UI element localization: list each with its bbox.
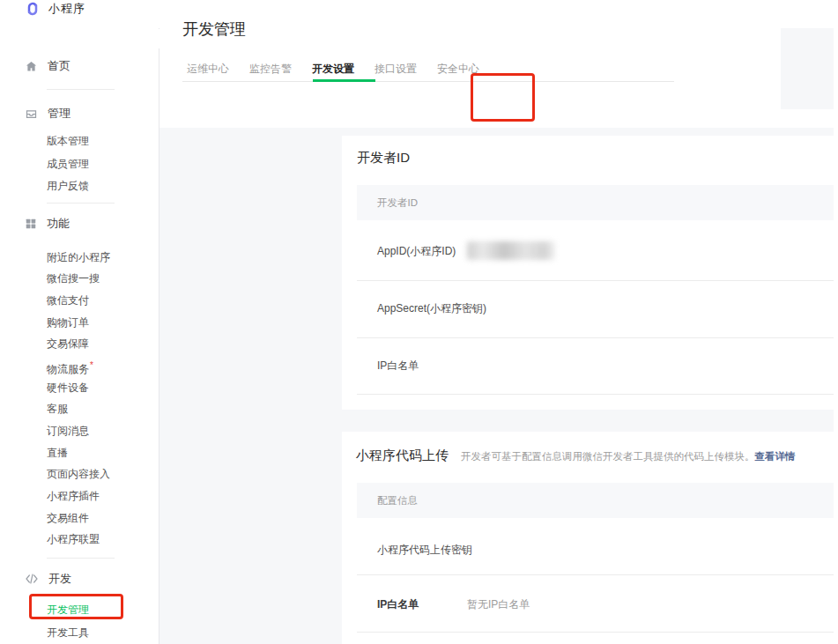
appsecret-label: AppSecret(小程序密钥) <box>377 302 486 315</box>
upload-key-label: 小程序代码上传密钥 <box>377 544 472 556</box>
sidebar-item-develop-tools[interactable]: 开发工具 <box>0 622 159 644</box>
sidebar-divider <box>47 558 115 559</box>
sidebar-item-label: 首页 <box>48 58 70 74</box>
section-description: 开发者可基于配置信息调用微信开发者工具提供的代码上传模块。查看详情 <box>461 450 796 463</box>
tab-security-center[interactable]: 安全中心 <box>437 63 479 75</box>
sidebar-divider <box>47 203 115 204</box>
sidebar-item-customer-service[interactable]: 客服 <box>0 398 159 420</box>
sidebar-item-miniprogram-plugin[interactable]: 小程序插件 <box>0 485 159 507</box>
required-asterisk: * <box>90 360 93 370</box>
sidebar-item-logistics-service[interactable]: 物流服务* <box>0 355 159 377</box>
sidebar-item-subscribe-message[interactable]: 订阅消息 <box>0 420 159 442</box>
sidebar-item-member-manage[interactable]: 成员管理 <box>0 153 159 176</box>
sidebar-item-miniprogram-union[interactable]: 小程序联盟 <box>0 529 159 551</box>
ip-whitelist-value: 暂无IP白名单 <box>467 598 530 611</box>
tab-monitor-alert[interactable]: 监控告警 <box>249 63 292 75</box>
tab-bar: 运维中心 监控告警 开发设置 接口设置 安全中心 <box>187 63 479 75</box>
table-header-label: 开发者ID <box>377 196 418 210</box>
sidebar-group-label: 功能 <box>47 216 70 232</box>
table-header-bar: 开发者ID <box>357 185 834 220</box>
description-text: 开发者可基于配置信息调用微信开发者工具提供的代码上传模块。 <box>461 451 755 462</box>
row-divider <box>357 280 834 281</box>
tab-operations-center[interactable]: 运维中心 <box>187 63 229 75</box>
table-header-bar: 配置信息 <box>357 483 834 518</box>
sidebar-group-label: 管理 <box>48 106 70 122</box>
sidebar: 首页 管理 版本管理 成员管理 用户反馈 功能 附近的小程序 <box>0 28 159 644</box>
sidebar-item-shopping-orders[interactable]: 购物订单 <box>0 312 159 334</box>
grid-icon <box>25 218 37 230</box>
code-icon <box>25 573 39 585</box>
sidebar-item-live[interactable]: 直播 <box>0 442 159 464</box>
row-divider <box>357 574 834 575</box>
sidebar-item-develop-manage[interactable]: 开发管理 <box>0 599 159 622</box>
sidebar-group-develop: 开发 开发管理 开发工具 <box>0 570 159 644</box>
sidebar-group-features: 功能 附近的小程序 微信搜一搜 微信支付 购物订单 交易保障 物流服务* 硬件设… <box>0 215 159 551</box>
section-title: 小程序代码上传 <box>356 448 449 463</box>
miniprogram-logo-icon <box>24 0 41 18</box>
page-title: 开发管理 <box>182 19 246 39</box>
tab-develop-settings[interactable]: 开发设置 <box>312 63 354 75</box>
appid-label: AppID(小程序ID) <box>377 245 456 257</box>
tab-bar-divider <box>182 81 674 82</box>
app-title: 小程序 <box>48 0 85 18</box>
sidebar-group-label: 开发 <box>48 571 71 587</box>
main-header <box>159 28 838 128</box>
sidebar-item-trade-guarantee[interactable]: 交易保障 <box>0 333 159 355</box>
home-icon <box>25 60 38 73</box>
section-title: 开发者ID <box>357 150 410 166</box>
active-tab-underline <box>313 79 375 82</box>
sidebar-item-page-content-access[interactable]: 页面内容接入 <box>0 463 159 485</box>
sidebar-item-wechat-search[interactable]: 微信搜一搜 <box>0 268 159 290</box>
sidebar-divider <box>47 89 115 90</box>
developer-id-section: 开发者ID 开发者ID AppID(小程序ID) AppSecret(小程序密钥… <box>342 136 834 410</box>
table-header-label: 配置信息 <box>377 494 418 507</box>
sidebar-item-version-manage[interactable]: 版本管理 <box>0 130 159 153</box>
inbox-icon <box>25 107 38 121</box>
view-details-link[interactable]: 查看详情 <box>755 451 796 462</box>
sidebar-item-label: 物流服务 <box>47 363 89 375</box>
ip-whitelist-label: IP白名单 <box>377 598 419 611</box>
tab-api-settings[interactable]: 接口设置 <box>375 63 417 75</box>
sidebar-item-home[interactable]: 首页 <box>0 53 159 79</box>
sidebar-item-nearby-miniprogram[interactable]: 附近的小程序 <box>0 247 159 269</box>
sidebar-item-wechat-pay[interactable]: 微信支付 <box>0 290 159 312</box>
row-divider <box>357 632 834 633</box>
row-divider <box>357 394 834 395</box>
miniprogram-logo[interactable]: 小程序 <box>24 0 85 18</box>
sidebar-group-features-header[interactable]: 功能 <box>0 215 159 233</box>
appid-value-redacted <box>467 241 555 260</box>
sidebar-item-user-feedback[interactable]: 用户反馈 <box>0 175 159 198</box>
sidebar-group-develop-header[interactable]: 开发 <box>0 570 159 588</box>
background-gutter <box>781 28 834 109</box>
ip-whitelist-label: IP白名单 <box>377 359 419 372</box>
sidebar-group-manage: 管理 版本管理 成员管理 用户反馈 <box>0 105 159 198</box>
row-divider <box>357 337 834 338</box>
code-upload-section: 小程序代码上传 开发者可基于配置信息调用微信开发者工具提供的代码上传模块。查看详… <box>342 432 834 644</box>
sidebar-group-manage-header[interactable]: 管理 <box>0 105 159 122</box>
sidebar-item-hardware-device[interactable]: 硬件设备 <box>0 377 159 399</box>
sidebar-item-trade-component[interactable]: 交易组件 <box>0 507 159 529</box>
top-header-bar: 小程序 <box>0 0 838 29</box>
